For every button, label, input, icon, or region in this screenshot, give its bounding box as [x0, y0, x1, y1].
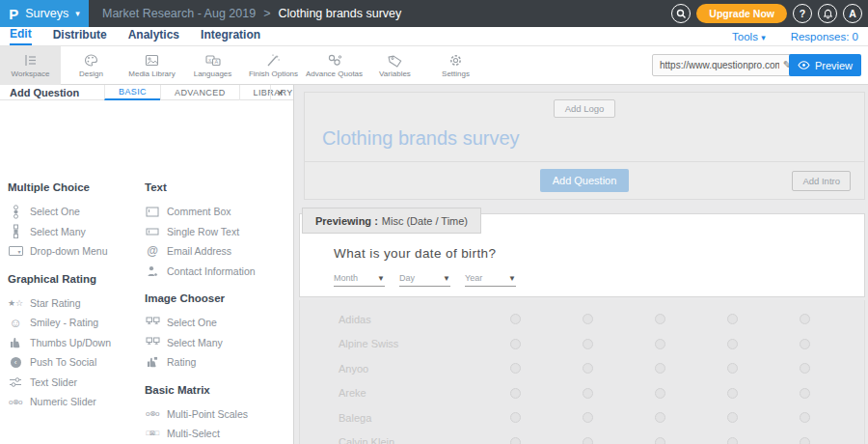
- preview-button[interactable]: Preview: [789, 54, 861, 76]
- day-select[interactable]: Day ▼: [399, 273, 450, 287]
- matrix-radio[interactable]: [583, 412, 593, 423]
- matrix-radio[interactable]: [727, 412, 738, 423]
- matrix-radio[interactable]: [727, 339, 738, 349]
- multi-point-icon: o⊗o: [145, 409, 160, 418]
- matrix-radio[interactable]: [727, 437, 738, 444]
- section-multiple-choice: Multiple Choice: [8, 181, 141, 195]
- matrix-radio[interactable]: [800, 363, 810, 374]
- thumb-icon: [8, 336, 23, 348]
- matrix-radio[interactable]: [655, 314, 665, 324]
- year-select[interactable]: Year ▼: [465, 273, 516, 287]
- qtype-text-slider[interactable]: Text Slider: [8, 373, 141, 393]
- help-button[interactable]: ?: [793, 4, 812, 23]
- matrix-row: Anyoo: [300, 356, 864, 381]
- matrix-radio[interactable]: [655, 363, 665, 374]
- matrix-radio[interactable]: [727, 388, 738, 399]
- matrix-radio[interactable]: [655, 437, 665, 444]
- qtype-image-select-one[interactable]: Select One: [145, 313, 291, 333]
- qtype-single-row-text[interactable]: Single Row Text: [145, 222, 291, 242]
- matrix-radio[interactable]: [800, 314, 810, 324]
- matrix-radio[interactable]: [655, 339, 665, 349]
- matrix-radio[interactable]: [583, 314, 593, 324]
- matrix-row: Balega: [300, 405, 864, 430]
- qtype-image-rating[interactable]: Rating: [145, 352, 291, 373]
- previewing-tab: Previewing : Misc (Date / Time): [302, 208, 481, 234]
- tab-analytics[interactable]: Analytics: [128, 28, 179, 44]
- svg-text:x: x: [208, 57, 211, 63]
- qtype-contact-information[interactable]: Contact Information: [145, 262, 291, 282]
- qtype-push-to-social[interactable]: ‹ Push To Social: [8, 352, 141, 373]
- questionpro-logo-icon: P: [9, 6, 18, 22]
- monitors-icon: [145, 337, 160, 348]
- chevron-down-icon: ▾: [761, 33, 766, 42]
- upgrade-now-button[interactable]: Upgrade Now: [696, 4, 787, 23]
- survey-title[interactable]: Clothing brands survey: [322, 127, 864, 150]
- qtype-email-address[interactable]: @ Email Address: [145, 241, 291, 262]
- qtype-multi-select[interactable]: □⊠□ Multi-Select: [145, 424, 291, 444]
- qtype-star-rating[interactable]: ★☆ Star Rating: [8, 293, 141, 314]
- primary-nav: Edit Distribute Analytics Integration To…: [0, 27, 868, 46]
- tab-edit[interactable]: Edit: [10, 27, 32, 45]
- breadcrumb-parent[interactable]: Market Research - Aug 2019: [102, 7, 256, 20]
- responses-count[interactable]: Responses: 0: [791, 31, 858, 42]
- matrix-radio[interactable]: [510, 363, 521, 374]
- qtype-image-select-many[interactable]: Select Many: [145, 333, 291, 353]
- app-logo-menu[interactable]: P Surveys ▾: [0, 0, 89, 27]
- toolbar-media-library[interactable]: Media Library: [122, 46, 182, 85]
- matrix-radio[interactable]: [800, 412, 810, 423]
- matrix-radio[interactable]: [583, 339, 593, 349]
- qtype-multi-point-scales[interactable]: o⊗o Multi-Point Scales: [145, 404, 291, 425]
- toolbar-finish-options[interactable]: Finish Options: [243, 46, 304, 85]
- tools-menu[interactable]: Tools ▾: [732, 31, 766, 42]
- survey-url-input[interactable]: [653, 60, 783, 70]
- matrix-radio[interactable]: [510, 314, 521, 324]
- qtype-select-one[interactable]: Select One: [8, 202, 141, 222]
- qtype-smiley-rating[interactable]: ☺ Smiley - Rating: [8, 313, 141, 333]
- matrix-row-label: Adidas: [339, 314, 371, 325]
- matrix-radio[interactable]: [655, 388, 665, 399]
- matrix-radio[interactable]: [510, 412, 521, 423]
- notifications-button[interactable]: [818, 4, 837, 23]
- matrix-radio[interactable]: [727, 314, 738, 324]
- add-intro-button[interactable]: Add Intro: [792, 171, 851, 191]
- tab-advanced[interactable]: ADVANCED: [160, 85, 239, 100]
- toolbar-workspace[interactable]: Workspace: [0, 46, 61, 85]
- qtype-numeric-slider[interactable]: o⊗o Numeric Slider: [8, 392, 141, 412]
- qtype-dropdown-menu[interactable]: ▾ Drop-down Menu: [8, 241, 141, 262]
- avatar[interactable]: A: [843, 4, 862, 23]
- qtype-comment-box[interactable]: Comment Box: [145, 202, 291, 222]
- thumb-rating-icon: [145, 356, 160, 368]
- toolbar-languages[interactable]: xA Languages: [182, 46, 243, 85]
- matrix-radio[interactable]: [727, 363, 738, 374]
- tab-integration[interactable]: Integration: [201, 28, 260, 44]
- toolbar-design[interactable]: Design: [61, 46, 122, 85]
- tab-basic[interactable]: BASIC: [104, 85, 160, 100]
- matrix-radio[interactable]: [583, 437, 593, 444]
- top-bar: P Surveys ▾ Market Research - Aug 2019 >…: [0, 0, 868, 27]
- add-question-button[interactable]: Add Question: [540, 169, 630, 192]
- toolbar-advance-quotas[interactable]: Advance Quotas: [304, 46, 365, 85]
- qtype-thumbs-up-down[interactable]: Thumbs Up/Down: [8, 333, 141, 353]
- matrix-radio[interactable]: [800, 339, 810, 349]
- matrix-radio[interactable]: [655, 412, 665, 423]
- multi-select-icon: □⊠□: [145, 430, 160, 437]
- close-panel-button[interactable]: ×: [270, 85, 289, 99]
- qtype-select-many[interactable]: Select Many: [8, 222, 141, 242]
- matrix-radio[interactable]: [800, 388, 810, 399]
- toolbar-settings[interactable]: Settings: [425, 46, 486, 85]
- tab-distribute[interactable]: Distribute: [53, 28, 107, 44]
- translate-icon: xA: [204, 53, 222, 68]
- matrix-radio[interactable]: [800, 437, 810, 444]
- matrix-radio[interactable]: [510, 339, 521, 349]
- matrix-radio[interactable]: [510, 437, 521, 444]
- matrix-radio[interactable]: [583, 363, 593, 374]
- month-select[interactable]: Month ▼: [334, 273, 385, 287]
- add-logo-button[interactable]: Add Logo: [554, 99, 616, 118]
- matrix-radio[interactable]: [510, 388, 521, 399]
- panel-title: Add Question: [10, 87, 79, 98]
- toolbar-variables[interactable]: Variables: [365, 46, 425, 85]
- section-basic-matrix: Basic Matrix: [145, 384, 291, 398]
- search-button[interactable]: [671, 4, 691, 23]
- matrix-radio[interactable]: [583, 388, 593, 399]
- search-icon: [676, 9, 687, 19]
